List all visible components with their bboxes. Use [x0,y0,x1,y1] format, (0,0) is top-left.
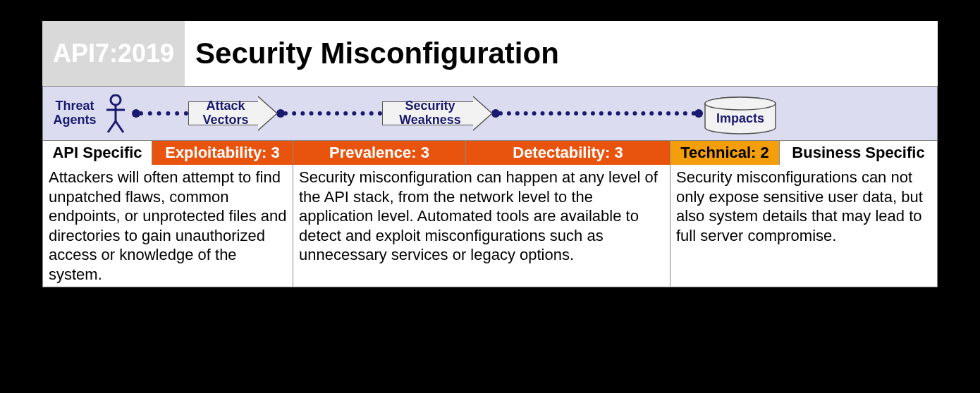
svg-line-4 [116,121,123,132]
attack-vectors-box: Attack Vectors [188,96,278,131]
flow-connector-icon [139,111,188,116]
security-weakness-box: Security Weakness [382,96,493,131]
flow-connector-icon [498,111,696,116]
business-specific-cell: Business Specific [780,141,937,165]
exploitability-cell: Exploitability: 3 [152,141,293,165]
threat-flow-diagram: Threat Agents Attack Vectors [42,86,938,141]
security-weakness-label: Security Weakness [391,99,469,127]
impacts-cylinder: Impacts [702,96,772,130]
arrow-head-icon [258,96,278,131]
prevalence-cell: Prevalence: 3 [293,141,466,165]
svg-point-0 [111,95,121,105]
risk-card: API7:2019 Security Misconfiguration Thre… [42,21,938,287]
impacts-description: Security misconfigurations can not only … [670,165,937,287]
ratings-row: API Specific Exploitability: 3 Prevalenc… [42,141,938,165]
security-weakness-description: Security misconfiguration can happen at … [293,165,670,287]
svg-line-3 [108,121,116,132]
flow-connector-icon [283,111,382,116]
threat-agents-label: Threat Agents [50,99,99,127]
api-specific-cell: API Specific [43,141,152,165]
technical-cell: Technical: 2 [670,141,780,165]
threat-agents-description: Attackers will often attempt to find unp… [43,165,293,287]
risk-id-badge: API7:2019 [42,21,185,86]
impacts-label: Impacts [702,112,779,126]
person-icon [105,94,126,133]
detectability-cell: Detectability: 3 [466,141,670,165]
svg-point-6 [705,97,776,110]
arrow-head-icon [473,96,493,131]
attack-vectors-label: Attack Vectors [197,99,254,127]
descriptions-row: Attackers will often attempt to find unp… [42,165,938,287]
header: API7:2019 Security Misconfiguration [42,21,938,86]
page-title: Security Misconfiguration [195,37,559,70]
